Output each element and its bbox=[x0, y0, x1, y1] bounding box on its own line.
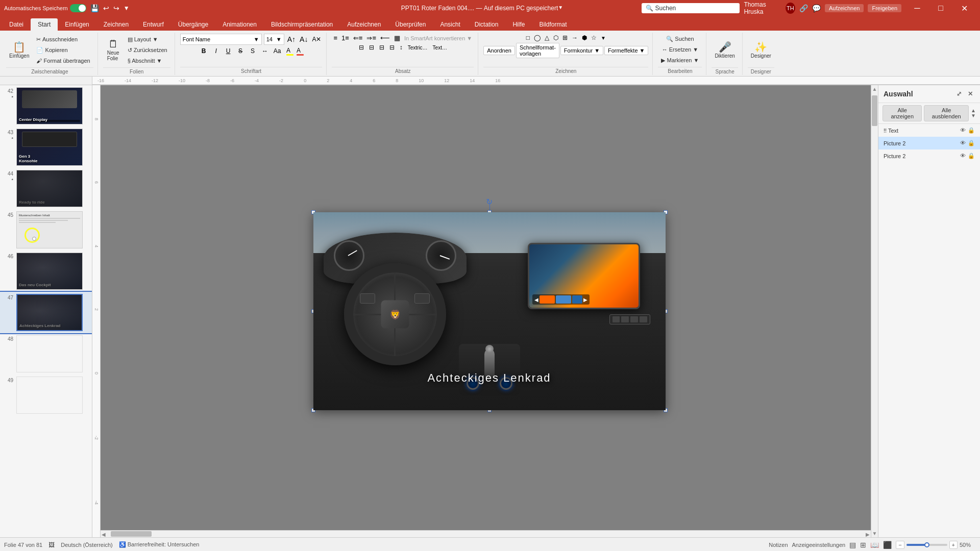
font-size-select[interactable]: 14▼ bbox=[264, 34, 284, 45]
panel-item-text[interactable]: !! Text 👁 🔒 bbox=[878, 124, 980, 137]
tab-dictation[interactable]: Dictation bbox=[468, 18, 506, 31]
autosave-toggle[interactable]: Automatisches Speichern bbox=[4, 4, 86, 12]
abschnitt-btn[interactable]: § Abschnitt ▼ bbox=[125, 56, 170, 66]
accessibility-label[interactable]: ♿ Barrierefreiheit: Untersuchen bbox=[119, 541, 200, 548]
panel-close-btn[interactable]: ✕ bbox=[966, 89, 975, 98]
picture2-2-visibility-icon[interactable]: 👁 bbox=[960, 153, 966, 159]
minimize-button[interactable]: ─ bbox=[905, 0, 929, 16]
clear-format-btn[interactable]: A✕ bbox=[311, 35, 322, 43]
shape-7[interactable]: ⬢ bbox=[580, 34, 589, 42]
display-settings-btn[interactable]: Anzeigeeinstellungen bbox=[792, 542, 846, 548]
scroll-down-btn[interactable]: ▼ bbox=[872, 531, 877, 536]
scrollbar-horizontal[interactable]: ◀ ▶ bbox=[101, 530, 871, 537]
shape-1[interactable]: □ bbox=[525, 34, 531, 42]
shape-2[interactable]: ◯ bbox=[532, 34, 542, 42]
scroll-up-btn[interactable]: ▲ bbox=[872, 86, 877, 92]
anordnen-btn[interactable]: Anordnen bbox=[483, 46, 515, 55]
column-btn[interactable]: ▦ bbox=[393, 34, 402, 42]
panel-item-picture2-2[interactable]: Picture 2 👁 🔒 bbox=[878, 149, 980, 162]
autosave-switch[interactable] bbox=[70, 4, 86, 12]
font-family-select[interactable]: Font Name▼ bbox=[180, 34, 262, 45]
bold-btn[interactable]: B bbox=[199, 46, 209, 56]
align-center-btn[interactable]: ⊟ bbox=[367, 43, 376, 52]
scroll-right-btn[interactable]: ▶ bbox=[866, 531, 870, 537]
ersetzen-btn[interactable]: ↔ Ersetzen ▼ bbox=[659, 44, 701, 55]
strikethrough-btn[interactable]: S bbox=[235, 46, 246, 56]
tab-hilfe[interactable]: Hilfe bbox=[505, 18, 532, 31]
tab-aufzeichnen[interactable]: Aufzeichnen bbox=[340, 18, 388, 31]
maximize-button[interactable]: □ bbox=[929, 0, 952, 16]
indent-increase-btn[interactable]: ⇒≡ bbox=[365, 34, 378, 42]
tab-ueberpruefen[interactable]: Überprüfen bbox=[388, 18, 433, 31]
zoom-slider[interactable] bbox=[906, 544, 947, 546]
tab-animationen[interactable]: Animationen bbox=[215, 18, 264, 31]
diktieren-btn[interactable]: 🎤 Diktieren bbox=[712, 34, 738, 66]
language-label[interactable]: Deutsch (Österreich) bbox=[61, 542, 112, 548]
share-icon[interactable]: 🔗 bbox=[799, 4, 808, 12]
list-ordered-btn[interactable]: 1≡ bbox=[340, 34, 351, 42]
hide-all-btn[interactable]: Alle ausblenden bbox=[924, 105, 969, 121]
text-direction-btn[interactable]: ⟵ bbox=[379, 34, 391, 42]
align-left-btn[interactable]: ⊟ bbox=[357, 43, 366, 52]
shape-4[interactable]: ⬡ bbox=[552, 34, 560, 42]
tab-einfuegen[interactable]: Einfügen bbox=[58, 18, 96, 31]
formeffekt-btn[interactable]: Formeffekte ▼ bbox=[604, 46, 648, 55]
shape-6[interactable]: → bbox=[570, 34, 579, 42]
font-color-btn[interactable]: A bbox=[286, 47, 290, 54]
neue-folie-btn[interactable]: 🗒 NeueFolie bbox=[103, 34, 124, 66]
zoom-in-btn[interactable]: + bbox=[949, 541, 958, 549]
search-box[interactable]: 🔍 Suchen bbox=[642, 3, 740, 13]
layout-btn[interactable]: ▤ Layout ▼ bbox=[125, 34, 170, 44]
scroll-left-btn[interactable]: ◀ bbox=[102, 531, 106, 537]
slide-45[interactable]: 45 Musterschreiben Inhalt bbox=[0, 209, 92, 251]
text-richting-btn[interactable]: Textric… bbox=[406, 44, 430, 51]
ausschneiden-btn[interactable]: ✂ Ausschneiden bbox=[33, 34, 93, 44]
undo-icon[interactable]: ↩ bbox=[103, 4, 109, 12]
slide-43[interactable]: 43 * Gen 3Konsohle bbox=[0, 127, 92, 168]
scrollbar-vertical[interactable]: ▲ ▼ bbox=[871, 85, 878, 537]
slide-46[interactable]: 46 Das neu Cockpit bbox=[0, 251, 92, 292]
align-text-btn[interactable]: Text… bbox=[431, 44, 449, 51]
more-shapes-btn[interactable]: ▼ bbox=[599, 35, 607, 41]
panel-down-arrow[interactable]: ▼ bbox=[971, 113, 976, 118]
spacing-btn[interactable]: ↔ bbox=[260, 46, 270, 56]
slide-47[interactable]: 47 Achteckiges Lenkrad bbox=[0, 292, 92, 333]
formkontur-btn[interactable]: Formkontur ▼ bbox=[560, 46, 603, 55]
justify-btn[interactable]: ⊟ bbox=[387, 43, 397, 52]
kopieren-btn[interactable]: 📄 Kopieren bbox=[33, 45, 93, 55]
tab-start[interactable]: Start bbox=[31, 18, 58, 31]
show-all-btn[interactable]: Alle anzeigen bbox=[883, 105, 922, 121]
view-fullscreen-btn[interactable]: ⬛ bbox=[883, 541, 892, 549]
highlight-btn[interactable]: A bbox=[297, 47, 301, 54]
shape-5[interactable]: ⊞ bbox=[561, 34, 569, 42]
text-visibility-icon[interactable]: 👁 bbox=[960, 127, 966, 134]
tab-ansicht[interactable]: Ansicht bbox=[433, 18, 467, 31]
slide-48[interactable]: 48 bbox=[0, 333, 92, 374]
tab-entwurf[interactable]: Entwurf bbox=[136, 18, 171, 31]
tab-zeichnen[interactable]: Zeichnen bbox=[96, 18, 136, 31]
panel-expand-btn[interactable]: ⤢ bbox=[954, 89, 964, 98]
shape-3[interactable]: △ bbox=[543, 34, 551, 42]
increase-font-btn[interactable]: A↑ bbox=[286, 35, 297, 44]
slide-44[interactable]: 44 * Ready to ride bbox=[0, 168, 92, 209]
suchen-btn[interactable]: 🔍 Suchen bbox=[663, 34, 697, 44]
tab-datei[interactable]: Datei bbox=[2, 18, 31, 31]
scroll-thumb[interactable] bbox=[872, 95, 877, 126]
view-slide-sorter-btn[interactable]: ⊞ bbox=[860, 541, 866, 549]
schnellformate-btn[interactable]: Schnellformat-vorlagen bbox=[516, 43, 559, 58]
designer-btn[interactable]: ✨ Designer bbox=[748, 34, 774, 66]
italic-btn[interactable]: I bbox=[211, 46, 221, 56]
slide-42[interactable]: 42 * Center Display bbox=[0, 85, 92, 127]
list-unordered-btn[interactable]: ≡ bbox=[332, 34, 339, 42]
decrease-font-btn[interactable]: A↓ bbox=[299, 35, 309, 44]
zoom-level[interactable]: 50% bbox=[960, 542, 976, 548]
tab-bildformat[interactable]: Bildformat bbox=[532, 18, 574, 31]
comments-icon[interactable]: 💬 bbox=[812, 4, 821, 12]
aufzeichnen-btn[interactable]: Aufzeichnen bbox=[825, 4, 864, 12]
picture2-1-visibility-icon[interactable]: 👁 bbox=[960, 140, 966, 146]
close-button[interactable]: ✕ bbox=[952, 0, 976, 16]
einfuegen-btn[interactable]: 📋 Einfügen bbox=[6, 34, 32, 66]
shape-8[interactable]: ☆ bbox=[590, 34, 598, 42]
freigeben-btn[interactable]: Freigeben bbox=[868, 4, 901, 12]
align-right-btn[interactable]: ⊟ bbox=[377, 43, 386, 52]
